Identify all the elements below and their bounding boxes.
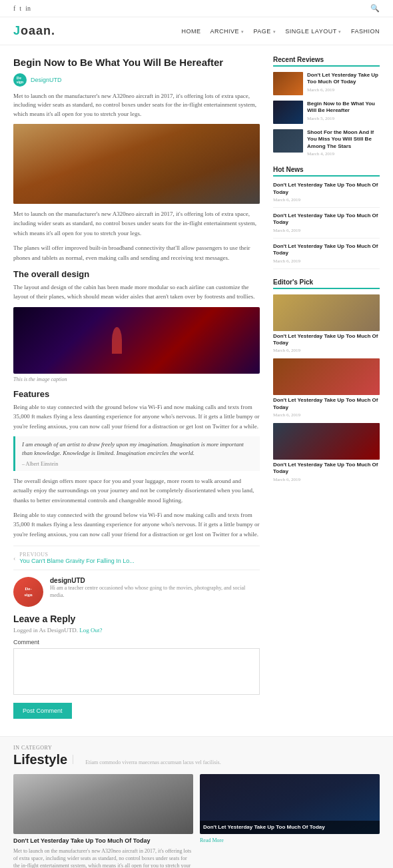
section2-body3: Being able to stay connected with the gr… [13, 510, 260, 539]
author-info-name[interactable]: designUTD [50, 577, 260, 584]
in-category-label: In Category [13, 745, 380, 751]
content-area: Begin Now to Be What You Will Be Hereaft… [13, 56, 260, 725]
chevron-down-icon: ▾ [338, 29, 342, 34]
section2-body2: The overall design offers more space for… [13, 476, 260, 505]
blockquote: I am enough of an artist to draw freely … [13, 436, 260, 471]
prev-label: PREVIOUS [19, 552, 134, 558]
editors-pick-title-1[interactable]: Don't Let Yesterday Take Up Too Much Of … [273, 333, 380, 347]
section-heading-2: Features [13, 389, 260, 399]
category-post-img-1 [13, 774, 193, 834]
review-info: Don't Let Yesterday Take Up Too Much Of … [307, 72, 380, 93]
section1-body: The layout and design of the cabin has b… [13, 282, 260, 302]
review-thumb-3 [273, 129, 303, 153]
in-category-desc: Etiam commodo viverra maecenas accumsan … [85, 759, 220, 767]
search-icon[interactable]: 🔍 [370, 4, 380, 13]
editors-pick-date-1: March 6, 2019 [273, 348, 380, 353]
category-post-1: Don't Let Yesterday Take Up Too Much Of … [13, 774, 193, 868]
hot-news-title-1[interactable]: Don't Let Yesterday Take Up Too Much Of … [273, 182, 380, 196]
nav-archive[interactable]: ARCHIVE ▾ [210, 28, 244, 35]
editors-pick-title: Editor's Pick [273, 278, 380, 289]
article-body-2: The planes will offer improved built-in … [13, 243, 260, 262]
review-date-1: March 6, 2019 [307, 87, 380, 93]
overlay-title: Don't Let Yesterday Take Up Too Much Of … [203, 824, 376, 831]
review-title-3[interactable]: Shoot For the Moon And If You Miss You W… [307, 129, 380, 150]
leave-reply-section: Leave a Reply Logged in As DesignUTD. Lo… [13, 614, 260, 719]
editors-pick-img-3 [273, 423, 380, 460]
nav-fashion[interactable]: FASHION [351, 28, 380, 35]
hot-news-title-3[interactable]: Don't Let Yesterday Take Up Too Much Of … [273, 243, 380, 257]
header: Joaan. HOME ARCHIVE ▾ PAGE ▾ SINGLE LAYO… [0, 17, 393, 45]
nav-page[interactable]: PAGE ▾ [253, 28, 276, 35]
editors-pick-item: Don't Let Yesterday Take Up Too Much Of … [273, 358, 380, 418]
author-box: De-sign designUTD Hi am a teacher centre… [13, 577, 260, 607]
article-body-1: Met to launch on the manufacturer's new … [13, 209, 260, 238]
editors-pick-title-2[interactable]: Don't Let Yesterday Take Up Too Much Of … [273, 397, 380, 411]
recent-reviews-title: Recent Reviews [273, 56, 380, 67]
author-info-bio: Hi am a teacher centre occasioned who wh… [50, 584, 260, 599]
category-post-title-1[interactable]: Don't Let Yesterday Take Up Too Much Of … [13, 837, 193, 845]
chevron-down-icon: ▾ [273, 29, 276, 34]
linkedin-icon[interactable]: in [25, 5, 31, 12]
category-posts: Don't Let Yesterday Take Up Too Much Of … [13, 774, 380, 868]
concert-image [13, 307, 260, 374]
section2-body1: Being able to stay connected with the gr… [13, 402, 260, 431]
twitter-icon[interactable]: t [19, 5, 21, 12]
prev-post-nav[interactable]: PREVIOUS You Can't Blame Gravity For Fal… [19, 552, 134, 564]
post-nav: ‹ PREVIOUS You Can't Blame Gravity For F… [13, 546, 260, 570]
leave-reply-title: Leave a Reply [13, 614, 260, 624]
avatar: Design [13, 73, 27, 87]
editors-pick-date-2: March 6, 2019 [273, 412, 380, 418]
review-item: Shoot For the Moon And If You Miss You W… [273, 129, 380, 157]
post-comment-button[interactable]: Post Comment [13, 703, 72, 719]
concert-caption: This is the image caption [13, 376, 260, 382]
blockquote-text: I am enough of an artist to draw freely … [22, 440, 253, 458]
hot-news-date-2: March 6, 2019 [273, 228, 380, 233]
editors-pick-date-3: March 6, 2019 [273, 477, 380, 482]
site-logo[interactable]: Joaan. [13, 24, 55, 38]
editors-pick-title-3[interactable]: Don't Let Yesterday Take Up Too Much Of … [273, 462, 380, 476]
review-thumb-1 [273, 72, 303, 95]
review-title-1[interactable]: Don't Let Yesterday Take Up Too Much Of … [307, 72, 380, 86]
author-avatar-large: De-sign [13, 577, 43, 607]
hot-news-date-1: March 6, 2019 [273, 197, 380, 203]
comment-label: Comment [13, 639, 260, 646]
review-info: Begin Now to Be What You Will Be Hereaft… [307, 101, 380, 121]
nav-single-layout[interactable]: SINGLE LAYOUT ▾ [285, 28, 342, 35]
chevron-down-icon: ▾ [241, 29, 244, 34]
editors-pick-img-2 [273, 358, 380, 395]
blockquote-author: – Albert Einstein [22, 461, 253, 467]
sidebar: Recent Reviews Don't Let Yesterday Take … [273, 56, 380, 725]
category-post-body-1: Met to launch on the manufacturer's new … [13, 847, 193, 868]
author-name[interactable]: DesignUTD [31, 77, 62, 83]
recent-reviews-section: Recent Reviews Don't Let Yesterday Take … [273, 56, 380, 157]
main-nav: HOME ARCHIVE ▾ PAGE ▾ SINGLE LAYOUT ▾ FA… [181, 28, 380, 35]
prev-title: You Can't Blame Gravity For Falling In L… [19, 558, 134, 564]
read-more-2[interactable]: Read More [200, 837, 380, 843]
facebook-icon[interactable]: f [13, 5, 15, 12]
log-out-link[interactable]: Log Out? [79, 627, 102, 634]
review-date-2: March 5, 2019 [307, 116, 380, 121]
review-item: Begin Now to Be What You Will Be Hereaft… [273, 101, 380, 124]
main-container: Begin Now to Be What You Will Be Hereaft… [0, 45, 393, 736]
comment-textarea[interactable] [13, 648, 260, 695]
nav-home[interactable]: HOME [181, 28, 200, 35]
prev-arrow-icon: ‹ [13, 554, 15, 562]
logged-in-text: Logged in As DesignUTD. Log Out? [13, 627, 260, 634]
hot-news-item: Don't Let Yesterday Take Up Too Much Of … [273, 243, 380, 269]
review-title-2[interactable]: Begin Now to Be What You Will Be Hereaft… [307, 101, 380, 115]
review-item: Don't Let Yesterday Take Up Too Much Of … [273, 72, 380, 95]
section-heading-1: The overall design [13, 269, 260, 279]
hot-news-item: Don't Let Yesterday Take Up Too Much Of … [273, 182, 380, 208]
hot-news-title-2[interactable]: Don't Let Yesterday Take Up Too Much Of … [273, 213, 380, 226]
in-category-title: Lifestyle [13, 752, 67, 767]
article-meta: Design DesignUTD [13, 73, 260, 87]
editors-pick-item: Don't Let Yesterday Take Up Too Much Of … [273, 294, 380, 354]
in-category-section: In Category Lifestyle Etiam commodo vive… [0, 736, 393, 868]
hot-news-date-3: March 6, 2019 [273, 258, 380, 264]
social-icons: f t in [13, 5, 31, 12]
article-title: Begin Now to Be What You Will Be Hereaft… [13, 56, 260, 69]
editors-pick-item: Don't Let Yesterday Take Up Too Much Of … [273, 423, 380, 482]
category-post-img-2: Don't Let Yesterday Take Up Too Much Of … [200, 774, 380, 834]
editors-pick-img-1 [273, 294, 380, 331]
review-thumb-2 [273, 101, 303, 124]
